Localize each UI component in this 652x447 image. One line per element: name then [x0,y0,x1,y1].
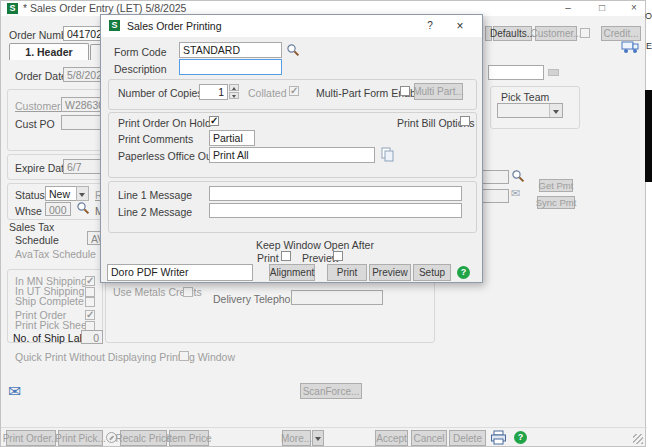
print-on-hold-checkbox[interactable] [209,116,219,126]
defaults-button[interactable]: Defaults... [493,26,532,41]
keep-preview-checkbox[interactable] [333,251,343,261]
delivery-telephone-label: Delivery Telephone [213,293,302,305]
avatax-label: AvaTax Schedule [15,248,96,260]
delivery-telephone-field[interactable] [291,290,383,305]
background-artifact [645,90,652,182]
line1-message-label: Line 1 Message [118,189,192,201]
schedule-label: Schedule [15,234,59,246]
sales-order-printing-dialog: S Sales Order Printing ? × Form Code STA… [100,14,483,283]
collated-checkbox[interactable] [289,86,299,96]
quick-print-label: Quick Print Without Displaying Printing … [15,351,235,363]
more-button[interactable]: More... [282,430,311,446]
tab-header[interactable]: 1. Header [9,43,89,60]
form-code-field[interactable]: STANDARD [179,42,282,58]
dialog-help-circle-icon[interactable]: ? [457,266,470,279]
close-icon[interactable]: × [623,1,645,15]
keep-print-label: Print [257,252,279,264]
more-arrow-button[interactable] [312,430,324,446]
in-ut-shipping-checkbox[interactable] [85,287,95,297]
status-arrow-icon[interactable] [76,186,89,201]
line1-message-field[interactable] [209,186,462,201]
status-label: Status [15,189,45,201]
resize-grip[interactable] [633,434,643,444]
dialog-help-icon[interactable]: ? [419,19,441,33]
customer-button[interactable]: Customer... [535,26,577,41]
maximize-icon[interactable]: □ [591,1,613,15]
spinner-up-icon[interactable] [229,84,239,91]
screen: S * Sales Order Entry (LET) 5/8/2025 – □… [0,0,652,447]
print-pick-button[interactable]: Print Pick... [58,430,103,446]
copies-spinner[interactable] [229,84,239,99]
print-on-hold-label: Print Order On Hold [118,117,211,129]
cust-po-label: Cust PO [15,118,55,130]
dialog-titlebar: S Sales Order Printing ? × [101,15,482,37]
dialog-print-button[interactable]: Print [327,264,367,281]
edge-letter-top: O [645,11,652,21]
credit-button[interactable]: Credit... [601,26,641,41]
dialog-close-icon[interactable]: × [449,19,471,33]
multi-part-button[interactable]: Multi Part... [414,83,463,100]
scanforce-button[interactable]: ScanForce... [300,383,362,399]
paperless-docs-icon[interactable] [380,147,395,162]
dialog-title: Sales Order Printing [127,20,222,32]
window-title: * Sales Order Entry (LET) 5/8/2025 [23,2,186,14]
ship-labels-field[interactable]: 0 [81,330,103,344]
copies-field[interactable]: 1 [199,84,228,100]
print-comments-select[interactable]: Partial [209,130,255,146]
quick-print-checkbox[interactable] [179,351,189,361]
small-gray-button[interactable] [548,69,559,76]
in-mn-shipping-checkbox[interactable] [85,276,95,286]
multipart-checkbox[interactable] [400,86,410,96]
truck-icon[interactable] [621,40,640,54]
use-metals-checkbox[interactable] [183,287,193,297]
dialog-app-icon: S [109,20,120,31]
whse-label: Whse [15,205,42,217]
print-bill-options-checkbox[interactable] [460,116,470,126]
pick-team-label: Pick Team [501,91,549,103]
app-icon: S [7,3,18,14]
accept-button[interactable]: Accept [375,430,408,446]
copies-label: Number of Copies [118,87,203,99]
setup-button[interactable]: Setup [413,264,451,281]
sync-pmt-button[interactable]: Sync Pmt [537,196,575,209]
pick-team-select[interactable] [497,103,563,118]
collated-label: Collated [248,87,287,99]
paperless-select[interactable]: Print All [209,147,375,163]
delete-button[interactable]: Delete [449,430,486,446]
ship-complete-checkbox[interactable] [85,297,95,307]
dialog-preview-button[interactable]: Preview [369,264,411,281]
ship-complete-label: Ship Complete [15,295,84,307]
cancel-button[interactable]: Cancel [411,430,447,446]
line2-message-label: Line 2 Message [118,206,192,218]
customer-checkbox[interactable] [580,28,590,38]
sales-tax-title: Sales Tax [9,221,54,233]
recalc-price-button[interactable]: Recalc Price [120,430,167,446]
keep-print-checkbox[interactable] [281,251,291,261]
print-order-button[interactable]: Print Order... [6,430,56,446]
description-label: Description [114,63,167,75]
line2-message-field[interactable] [209,203,462,218]
get-pmt-button[interactable]: Get Pmt [539,179,573,192]
payment-lookup-icon[interactable] [511,169,525,183]
item-price-button[interactable]: Item Price [169,430,209,446]
minimize-icon[interactable]: – [557,1,579,15]
keep-open-label: Keep Window Open After [256,239,374,251]
memo-envelope-icon[interactable]: ✉ [8,382,21,401]
whse-field[interactable]: 000 [45,202,71,216]
whse-lookup-icon[interactable] [76,201,90,215]
spinner-down-icon[interactable] [229,92,239,99]
order-date-label: Order Date [15,70,67,82]
printer-select[interactable]: Doro PDF Writer [107,264,253,281]
help-icon[interactable]: ? [514,431,527,444]
print-comments-label: Print Comments [118,133,193,145]
envelope-icon[interactable]: ✉ [511,187,520,200]
bottom-divider [1,427,647,428]
expire-date-label: Expire Date [15,162,70,174]
form-code-lookup-icon[interactable] [286,43,300,57]
printer-icon[interactable] [490,430,507,445]
edge-letter-mid: E [646,41,652,51]
description-field[interactable] [179,59,282,75]
top-right-field[interactable] [488,65,544,80]
form-code-label: Form Code [114,46,167,58]
alignment-button[interactable]: Alignment [269,264,315,281]
